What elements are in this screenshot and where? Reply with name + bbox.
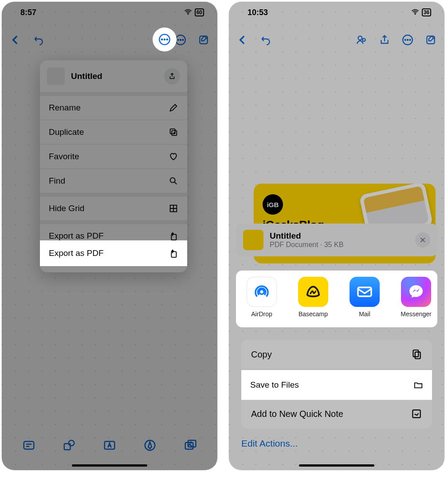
- action-save-to-files-highlight[interactable]: Save to Files: [241, 370, 432, 400]
- grid-icon: [169, 204, 178, 213]
- menu-label: Export as PDF: [49, 231, 104, 241]
- menu-label: Find: [49, 176, 65, 186]
- basecamp-icon: [298, 277, 328, 307]
- close-icon[interactable]: [415, 232, 430, 247]
- action-quick-note[interactable]: Add to New Quick Note: [241, 399, 432, 428]
- share-app-basecamp[interactable]: Basecamp: [287, 277, 339, 318]
- back-button[interactable]: [10, 34, 21, 46]
- status-time: 8:57: [20, 8, 36, 17]
- more-button-highlight[interactable]: [153, 27, 177, 51]
- collaborate-icon[interactable]: [356, 34, 367, 46]
- svg-point-38: [259, 290, 264, 294]
- menu-label: Hide Grid: [49, 204, 84, 213]
- doc-title: Untitled: [71, 71, 158, 81]
- menu-export-pdf-highlight[interactable]: Export as PDF: [40, 240, 187, 266]
- pencil-icon: [169, 103, 178, 113]
- svg-rect-10: [171, 234, 176, 240]
- app-label: AirDrop: [251, 310, 272, 318]
- undo-icon[interactable]: [260, 34, 271, 46]
- app-label: Mail: [359, 310, 370, 318]
- pen-tool-icon[interactable]: [143, 439, 157, 452]
- share-subtitle: PDF Document · 35 KB: [270, 241, 409, 249]
- more-icon[interactable]: [402, 34, 413, 46]
- search-icon: [169, 176, 178, 186]
- phone-right: 10:53 36 iGB iGeeksBlog: [229, 2, 444, 470]
- svg-point-23: [161, 39, 163, 40]
- bottom-toolbar: [2, 433, 217, 458]
- svg-point-27: [414, 13, 415, 14]
- undo-icon[interactable]: [33, 34, 44, 46]
- home-indicator: [299, 464, 374, 467]
- svg-rect-37: [413, 410, 420, 417]
- action-copy[interactable]: Copy: [241, 340, 432, 369]
- share-apps-row: AirDrop Basecamp Mail Messenger: [236, 271, 437, 327]
- wifi-icon: [411, 8, 419, 17]
- quick-note-icon: [411, 408, 422, 420]
- nav-bar: [229, 27, 444, 52]
- action-label: Save to Files: [250, 380, 299, 390]
- media-tool-icon[interactable]: [184, 439, 197, 452]
- status-bar: 10:53 36: [229, 2, 444, 23]
- share-app-airdrop[interactable]: AirDrop: [236, 277, 287, 318]
- svg-point-31: [405, 39, 406, 40]
- menu-hide-grid[interactable]: Hide Grid: [40, 196, 187, 220]
- svg-point-21: [190, 442, 192, 444]
- svg-point-16: [69, 440, 75, 446]
- export-icon: [169, 248, 178, 258]
- compose-icon[interactable]: [425, 34, 436, 46]
- app-label: Basecamp: [299, 310, 328, 318]
- export-icon: [169, 231, 178, 241]
- wifi-icon: [184, 8, 192, 17]
- status-bar: 8:57 60: [2, 2, 217, 23]
- svg-rect-36: [415, 352, 420, 359]
- svg-point-8: [170, 178, 175, 183]
- share-icon[interactable]: [379, 34, 390, 46]
- back-button[interactable]: [237, 34, 248, 46]
- svg-point-32: [407, 39, 408, 40]
- share-app-mail[interactable]: Mail: [339, 277, 390, 318]
- svg-point-29: [362, 39, 365, 42]
- svg-rect-39: [358, 287, 371, 296]
- home-indicator: [72, 464, 147, 467]
- svg-rect-35: [413, 350, 418, 357]
- messenger-icon: [401, 277, 431, 307]
- copy-icon: [411, 349, 422, 360]
- share-thumbnail: [243, 230, 263, 250]
- heart-icon: [169, 152, 178, 161]
- shapes-tool-icon[interactable]: [63, 439, 76, 452]
- battery-indicator: 36: [422, 8, 431, 16]
- menu-favorite[interactable]: Favorite: [40, 145, 187, 169]
- svg-point-2: [177, 39, 179, 40]
- mail-icon: [350, 277, 380, 307]
- compose-icon[interactable]: [198, 34, 209, 46]
- menu-rename[interactable]: Rename: [40, 96, 187, 120]
- menu-label: Export as PDF: [49, 248, 104, 258]
- note-tool-icon[interactable]: [22, 439, 35, 452]
- svg-point-4: [182, 39, 184, 40]
- menu-duplicate[interactable]: Duplicate: [40, 120, 187, 144]
- status-time: 10:53: [248, 8, 268, 17]
- folder-icon: [413, 380, 423, 390]
- action-label: Add to New Quick Note: [251, 409, 343, 419]
- menu-find[interactable]: Find: [40, 169, 187, 193]
- menu-label: Favorite: [49, 152, 79, 161]
- menu-label: Rename: [49, 103, 81, 113]
- svg-point-0: [187, 13, 188, 14]
- share-title: Untitled: [270, 231, 409, 241]
- app-label: Messenger: [401, 310, 431, 318]
- svg-point-24: [164, 39, 165, 40]
- share-app-messenger[interactable]: Messenger: [390, 277, 437, 318]
- svg-point-3: [180, 39, 181, 40]
- svg-point-28: [358, 36, 362, 40]
- menu-label: Duplicate: [49, 127, 84, 137]
- svg-rect-14: [24, 441, 34, 449]
- duplicate-icon: [169, 127, 178, 137]
- share-document-button[interactable]: [164, 68, 180, 84]
- action-label: Copy: [251, 349, 272, 360]
- doc-thumbnail: [47, 67, 65, 85]
- edit-actions-link[interactable]: Edit Actions...: [241, 438, 298, 449]
- text-tool-icon[interactable]: [103, 439, 116, 452]
- phone-left: 8:57 60 Untitled: [2, 2, 217, 470]
- igb-badge: iGB: [263, 194, 283, 215]
- svg-rect-26: [171, 251, 176, 257]
